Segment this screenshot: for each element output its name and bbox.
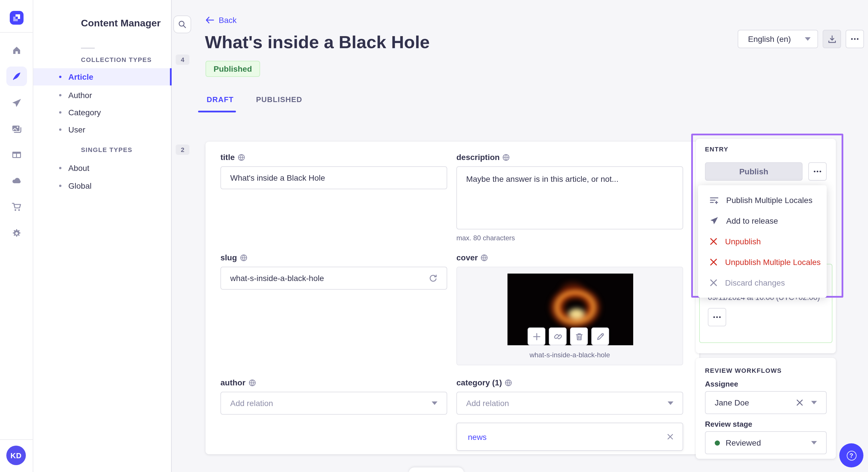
back-link[interactable]: Back (206, 15, 237, 25)
publish-button[interactable]: Publish (705, 162, 803, 181)
bullet-icon (59, 167, 61, 169)
bullet-icon (59, 129, 61, 131)
menu-item-unpublish[interactable]: Unpublish (698, 231, 827, 252)
sidebar-item-about[interactable]: About (33, 160, 172, 177)
cover-caption: what-s-inside-a-black-hole (456, 351, 683, 359)
content-manager-icon[interactable] (6, 67, 27, 86)
description-helper-text: max. 80 characters (456, 234, 515, 242)
paper-plane-icon (710, 216, 719, 225)
settings-icon[interactable] (6, 224, 27, 243)
sidebar-item-user[interactable]: User (33, 121, 172, 138)
export-button[interactable] (823, 30, 841, 48)
clear-assignee-icon[interactable] (796, 398, 803, 407)
globe-icon (505, 379, 513, 386)
sidebar-item-category[interactable]: Category (33, 104, 172, 121)
globe-icon (240, 254, 247, 261)
globe-icon (248, 379, 256, 386)
regenerate-icon[interactable] (429, 274, 437, 282)
active-tab-indicator (198, 111, 236, 112)
releases-icon[interactable] (6, 94, 27, 113)
cover-toolbar (528, 328, 609, 345)
sidebar-title: Content Manager (81, 18, 161, 29)
more-dots-icon (713, 316, 721, 318)
marketplace-icon[interactable] (6, 197, 27, 217)
rail-divider-bottom (0, 439, 33, 440)
pencil-icon (596, 332, 604, 340)
cross-icon (710, 279, 718, 287)
content-manager-sidebar: Content Manager COLLECTION TYPES 4 Artic… (33, 0, 172, 472)
sidebar-item-article[interactable]: Article (33, 68, 172, 86)
sidebar-item-global[interactable]: Global (33, 177, 172, 194)
download-icon (828, 35, 836, 43)
tab-draft[interactable]: DRAFT (207, 95, 234, 104)
chevron-down-icon (432, 401, 437, 405)
search-button[interactable] (174, 15, 191, 33)
slug-input[interactable]: what-s-inside-a-black-hole (220, 267, 447, 290)
globe-icon (503, 154, 510, 161)
tab-published[interactable]: PUBLISHED (256, 95, 302, 104)
menu-item-publish-multiple-locales[interactable]: Publish Multiple Locales (698, 190, 827, 210)
copy-link-button[interactable] (549, 328, 567, 345)
media-library-icon[interactable] (6, 119, 27, 139)
publish-options-menu: Publish Multiple Locales Add to release … (698, 185, 827, 298)
search-icon (178, 20, 187, 29)
sidebar-item-author[interactable]: Author (33, 87, 172, 104)
link-icon (554, 332, 562, 340)
slug-field-label: slug (220, 253, 247, 262)
page-title: What's inside a Black Hole (205, 32, 430, 53)
globe-icon (481, 254, 488, 261)
locale-select[interactable]: English (en) (738, 30, 818, 48)
more-dots-icon (813, 170, 822, 173)
trash-icon (575, 332, 583, 340)
relation-item-news[interactable]: news (456, 423, 683, 451)
bullet-icon (59, 94, 61, 96)
category-relation-combobox[interactable]: Add relation (456, 392, 683, 415)
review-stage-label: Review stage (705, 420, 752, 429)
list-plus-icon (710, 196, 719, 205)
delete-asset-button[interactable] (570, 328, 588, 345)
cover-field-label: cover (456, 253, 488, 262)
sidebar-divider (81, 47, 95, 49)
entry-panel-title: ENTRY (705, 146, 728, 153)
globe-icon (238, 154, 245, 161)
title-field-label: title (220, 153, 245, 162)
menu-item-unpublish-multiple-locales[interactable]: Unpublish Multiple Locales (698, 252, 827, 272)
status-badge: Published (206, 61, 260, 77)
question-mark-icon: ? (846, 450, 856, 460)
description-textarea[interactable]: Maybe the answer is in this article, or … (456, 166, 683, 229)
review-stage-combobox[interactable]: Reviewed (705, 431, 827, 454)
header-more-button[interactable] (846, 30, 864, 48)
release-more-button[interactable] (708, 308, 726, 326)
chevron-down-icon (668, 401, 673, 405)
strapi-logo[interactable] (10, 11, 24, 25)
plus-icon (532, 332, 540, 340)
avatar[interactable]: KD (6, 446, 26, 465)
menu-item-discard-changes[interactable]: Discard changes (698, 272, 827, 293)
menu-item-add-to-release[interactable]: Add to release (698, 210, 827, 231)
author-field-label: author (220, 378, 256, 387)
cross-icon (710, 237, 718, 245)
title-input[interactable]: What's inside a Black Hole (220, 166, 447, 189)
assignee-combobox[interactable]: Jane Doe (705, 391, 827, 414)
deploy-icon[interactable] (6, 171, 27, 191)
author-relation-combobox[interactable]: Add relation (220, 392, 447, 415)
remove-relation-icon[interactable] (667, 434, 673, 440)
icon-rail: KD (0, 0, 33, 472)
edit-asset-button[interactable] (591, 328, 609, 345)
chevron-down-icon (811, 441, 817, 444)
entry-more-button[interactable] (808, 162, 827, 181)
more-dots-icon (851, 38, 859, 40)
assignee-label: Assignee (705, 380, 738, 388)
arrow-left-icon (206, 16, 214, 24)
description-field-label: description (456, 153, 510, 162)
stage-color-dot (715, 440, 720, 445)
home-icon[interactable] (6, 41, 27, 60)
cross-icon (710, 258, 718, 266)
add-asset-button[interactable] (528, 328, 546, 345)
rail-divider (0, 32, 33, 33)
help-button[interactable]: ? (839, 443, 863, 467)
category-field-label: category (1) (456, 378, 513, 387)
content-type-builder-icon[interactable] (6, 145, 27, 165)
review-workflows-title: REVIEW WORKFLOWS (705, 367, 782, 374)
bullet-icon (59, 76, 61, 78)
